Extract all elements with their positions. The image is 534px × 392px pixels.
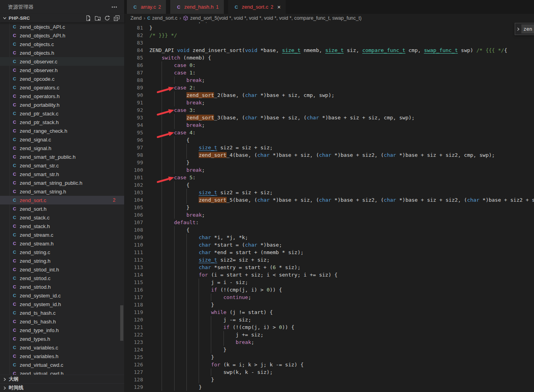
file-item[interactable]: Czend_objects_API.h bbox=[0, 31, 124, 40]
line-number[interactable]: 90 bbox=[124, 91, 143, 99]
line-number[interactable]: 103 bbox=[124, 189, 143, 196]
file-item[interactable]: Czend_string.c bbox=[0, 248, 124, 256]
file-item[interactable]: Czend_smart_string_public.h bbox=[0, 178, 124, 187]
line-number[interactable]: 125 bbox=[124, 353, 143, 361]
file-item[interactable]: Czend_ptr_stack.c bbox=[0, 109, 124, 118]
find-expand-chevron-icon[interactable] bbox=[515, 27, 521, 32]
file-item[interactable]: Czend_strtod.c bbox=[0, 274, 124, 282]
line-content[interactable]: size_t siz2 = siz + siz; bbox=[143, 144, 273, 151]
line-content[interactable]: } bbox=[143, 376, 214, 383]
file-item[interactable]: Czend_objects_API.c bbox=[0, 22, 124, 31]
line-number[interactable]: 81 bbox=[124, 24, 143, 32]
line-number[interactable]: 104 bbox=[124, 196, 143, 204]
line-number[interactable]: 120 bbox=[124, 316, 143, 323]
line-content[interactable]: for (i = start + siz; i < sentry; i += s… bbox=[143, 271, 337, 279]
line-content[interactable]: } bbox=[143, 159, 190, 166]
line-content[interactable]: { bbox=[143, 226, 190, 234]
file-item[interactable]: Czend_observer.h bbox=[0, 66, 124, 74]
file-item[interactable]: Czend_smart_str.h bbox=[0, 170, 124, 178]
file-item[interactable]: Czend_smart_str_public.h bbox=[0, 152, 124, 161]
line-content[interactable]: case 4: bbox=[143, 129, 195, 136]
line-number[interactable]: 82 bbox=[124, 32, 143, 39]
line-number[interactable]: 97 bbox=[124, 144, 143, 151]
breadcrumb-folder[interactable]: Zend bbox=[130, 15, 142, 21]
file-item[interactable]: Czend_smart_string.h bbox=[0, 187, 124, 196]
line-content[interactable]: } bbox=[143, 346, 227, 353]
file-item[interactable]: Czend_objects.h bbox=[0, 48, 124, 57]
file-item[interactable]: Czend_strtod.h bbox=[0, 282, 124, 291]
file-item[interactable]: Czend_stream.h bbox=[0, 239, 124, 248]
section-header-php-src[interactable]: PHP-SRC bbox=[0, 14, 124, 22]
line-number[interactable]: 123 bbox=[124, 338, 143, 346]
line-number[interactable]: 98 bbox=[124, 151, 143, 159]
line-number[interactable]: 118 bbox=[124, 301, 143, 308]
file-item[interactable]: Czend_strtod_int.h bbox=[0, 265, 124, 274]
line-content[interactable]: j += siz; bbox=[143, 331, 264, 338]
file-item[interactable]: Czend_ts_hash.c bbox=[0, 308, 124, 317]
file-item[interactable]: Czend_ts_hash.h bbox=[0, 317, 124, 326]
file-item[interactable]: Czend_sort.c2 bbox=[0, 196, 124, 204]
line-number[interactable]: 89 bbox=[124, 84, 143, 91]
find-input[interactable]: zen bbox=[521, 24, 534, 33]
file-item[interactable]: Czend_stack.c bbox=[0, 213, 124, 222]
line-content[interactable]: while (j != start) { bbox=[143, 308, 273, 316]
line-content[interactable]: switch (nmemb) { bbox=[143, 54, 211, 61]
file-item[interactable]: Czend_operators.h bbox=[0, 92, 124, 100]
line-content[interactable]: ZEND_API void zend_insert_sort(void *bas… bbox=[143, 46, 507, 54]
line-number[interactable]: 83 bbox=[124, 39, 143, 46]
file-item[interactable]: Czend_sort.h bbox=[0, 204, 124, 213]
file-item[interactable]: Czend_operators.c bbox=[0, 83, 124, 92]
line-number[interactable]: 113 bbox=[124, 264, 143, 271]
line-number[interactable]: 110 bbox=[124, 241, 143, 249]
line-number[interactable]: 101 bbox=[124, 174, 143, 181]
line-content[interactable]: default: bbox=[143, 219, 199, 226]
line-content[interactable]: break; bbox=[143, 99, 205, 106]
refresh-icon[interactable] bbox=[103, 14, 112, 22]
line-content[interactable]: } bbox=[143, 383, 202, 391]
line-content[interactable]: swp(k, k - siz); bbox=[143, 368, 273, 376]
file-item[interactable]: Czend_types.h bbox=[0, 334, 124, 343]
line-content[interactable]: { bbox=[143, 181, 190, 189]
line-number[interactable]: 122 bbox=[124, 331, 143, 338]
breadcrumb-symbol[interactable]: zend_sort_5(void *, void *, void *, void… bbox=[190, 15, 361, 21]
line-content[interactable]: } bbox=[143, 204, 190, 211]
line-number[interactable]: 129 bbox=[124, 383, 143, 391]
file-item[interactable]: Czend_signal.h bbox=[0, 144, 124, 152]
line-content[interactable]: char *i, *j, *k; bbox=[143, 234, 248, 241]
line-number[interactable]: 109 bbox=[124, 234, 143, 241]
line-content[interactable]: break; bbox=[143, 211, 205, 219]
tab-array.c[interactable]: Carray.c2 bbox=[127, 0, 166, 14]
line-number[interactable]: 106 bbox=[124, 211, 143, 219]
breadcrumb-file[interactable]: zend_sort.c bbox=[152, 15, 178, 21]
line-number[interactable]: 117 bbox=[124, 294, 143, 301]
file-item[interactable]: Czend_type_info.h bbox=[0, 326, 124, 334]
line-content[interactable]: zend_sort_5(base, (char *)base + siz, (c… bbox=[143, 196, 534, 204]
line-number[interactable]: 111 bbox=[124, 249, 143, 256]
file-item[interactable]: Czend_smart_str.c bbox=[0, 161, 124, 170]
line-number[interactable]: 99 bbox=[124, 159, 143, 166]
sidebar-scrollbar-thumb[interactable] bbox=[120, 305, 123, 341]
new-folder-icon[interactable] bbox=[93, 14, 102, 22]
line-content[interactable]: case 2: bbox=[143, 84, 195, 91]
line-content[interactable]: } bbox=[143, 301, 214, 308]
line-content[interactable]: j = i - siz; bbox=[143, 279, 248, 286]
line-number[interactable]: 85 bbox=[124, 54, 143, 61]
line-number[interactable]: 86 bbox=[124, 61, 143, 69]
file-item[interactable]: Czend_observer.c bbox=[0, 57, 124, 66]
file-item[interactable]: Czend_system_id.h bbox=[0, 300, 124, 308]
line-content[interactable]: break; bbox=[143, 166, 205, 174]
line-content[interactable]: size_t siz2 = siz + siz; bbox=[143, 189, 273, 196]
line-number[interactable]: 95 bbox=[124, 129, 143, 136]
line-number[interactable]: 124 bbox=[124, 346, 143, 353]
file-item[interactable]: Czend_ptr_stack.h bbox=[0, 118, 124, 126]
line-content[interactable]: break; bbox=[143, 338, 254, 346]
line-content[interactable]: } bbox=[143, 24, 153, 32]
line-content[interactable]: break; bbox=[143, 121, 205, 129]
line-content[interactable]: if (!(cmp(j, i) > 0)) { bbox=[143, 323, 294, 331]
file-item[interactable]: Czend_objects.c bbox=[0, 40, 124, 48]
file-item[interactable]: Czend_virtual_cwd.c bbox=[0, 360, 124, 369]
line-number[interactable]: 127 bbox=[124, 368, 143, 376]
file-item[interactable]: Czend_virtual_cwd.h bbox=[0, 369, 124, 375]
line-content[interactable]: zend_sort_4(base, (char *)base + siz, (c… bbox=[143, 151, 495, 159]
line-number[interactable]: 93 bbox=[124, 114, 143, 121]
